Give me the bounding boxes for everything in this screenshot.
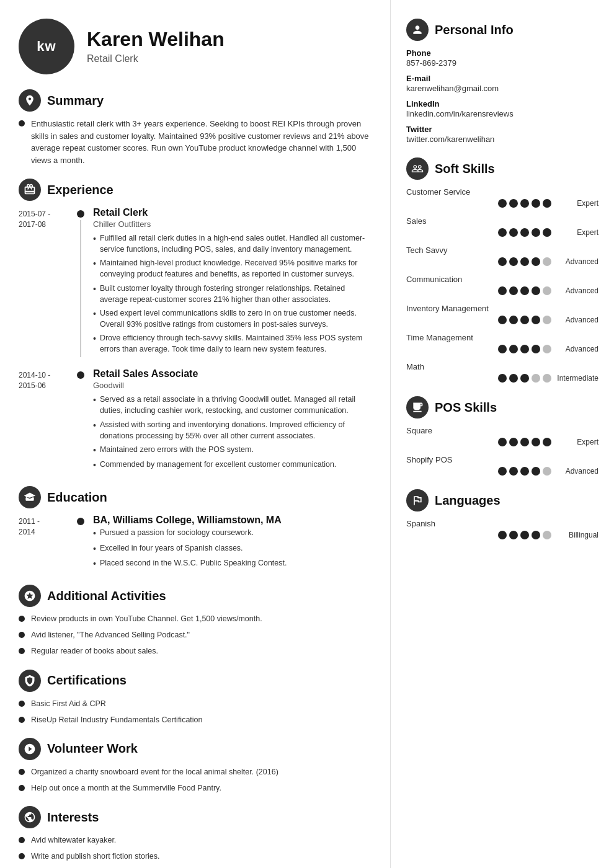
additional-bullet-1-row: Review products in own YouTube Channel. … bbox=[19, 613, 372, 624]
exp2-dot-col bbox=[74, 368, 87, 474]
skill-dots bbox=[498, 228, 551, 237]
skill-dots bbox=[498, 438, 551, 446]
skill-level: Expert bbox=[555, 199, 598, 208]
certifications-header: Certifications bbox=[19, 670, 372, 692]
candidate-name: Karen Welihan bbox=[87, 29, 225, 50]
edu1-bullet-1: Pursued a passion for sociology coursewo… bbox=[93, 527, 372, 539]
skill-dots bbox=[498, 257, 551, 266]
skill-dots bbox=[498, 286, 551, 295]
volunteer-icon bbox=[19, 738, 41, 760]
dot-filled bbox=[532, 531, 540, 539]
summary-bullet-dot bbox=[19, 120, 25, 126]
skill-name: Customer Service bbox=[406, 187, 598, 197]
additional-bullet-2: Avid listener, "The Advanced Selling Pod… bbox=[31, 629, 190, 640]
additional-bullets-wrapper: Review products in own YouTube Channel. … bbox=[19, 613, 372, 657]
dot-filled bbox=[520, 199, 529, 208]
dot-filled bbox=[520, 374, 529, 383]
skill-dots-row: Expert bbox=[406, 199, 598, 208]
exp1-date: 2015-07 - 2017-08 bbox=[19, 207, 74, 357]
edu1-content: BA, Williams College, Williamstown, MA P… bbox=[87, 515, 372, 572]
skill-dots bbox=[498, 345, 551, 353]
languages-container: SpanishBillingual bbox=[406, 519, 598, 539]
exp1-line bbox=[80, 220, 81, 357]
exp1-bullet-3: Built customer loyalty through fostering… bbox=[93, 283, 372, 305]
dot-filled bbox=[532, 199, 540, 208]
skill-dots bbox=[498, 199, 551, 208]
dot-filled bbox=[532, 345, 540, 353]
left-column: kw Karen Welihan Retail Clerk Summary En… bbox=[0, 0, 391, 868]
skill-name: Time Management bbox=[406, 333, 598, 342]
skill-row: CommunicationAdvanced bbox=[406, 275, 598, 295]
additional-title: Additional Activities bbox=[47, 589, 166, 603]
vol-bullet-1: Organized a charity snowboard event for … bbox=[31, 766, 278, 777]
dot-filled bbox=[498, 374, 507, 383]
skill-dots-row: Advanced bbox=[406, 257, 598, 266]
dot-filled bbox=[532, 286, 540, 295]
exp2-date: 2014-10 - 2015-06 bbox=[19, 368, 74, 474]
edu1-dot bbox=[77, 518, 84, 525]
education-entry-1: 2011 - 2014 BA, Williams College, Willia… bbox=[19, 515, 372, 572]
exp2-company: Goodwill bbox=[93, 381, 372, 390]
skill-row: Time ManagementAdvanced bbox=[406, 333, 598, 353]
exp1-bullet-5: Drove efficiency through tech-savvy skil… bbox=[93, 332, 372, 355]
volunteer-section: Volunteer Work Organized a charity snowb… bbox=[19, 738, 372, 794]
dot-filled bbox=[543, 228, 551, 237]
skill-level: Advanced bbox=[555, 257, 598, 266]
additional-bullet-1: Review products in own YouTube Channel. … bbox=[31, 613, 262, 624]
twitter-value: twitter.com/karenwelihan bbox=[406, 135, 598, 144]
exp1-dot bbox=[77, 210, 84, 218]
vol-bullet-2: Help out once a month at the Summerville… bbox=[31, 782, 221, 794]
exp2-title: Retail Sales Associate bbox=[93, 368, 372, 379]
resume-header: kw Karen Welihan Retail Clerk bbox=[19, 19, 372, 74]
skill-row: Inventory ManagementAdvanced bbox=[406, 304, 598, 324]
int-bullet-2-row: Write and publish short fiction stories. bbox=[19, 851, 372, 862]
summary-text: Enthusiastic retail clerk with 3+ years … bbox=[31, 118, 372, 166]
phone-value: 857-869-2379 bbox=[406, 58, 598, 68]
dot-filled bbox=[498, 345, 507, 353]
avatar: kw bbox=[19, 19, 74, 74]
dot-filled bbox=[509, 257, 518, 266]
skill-name: Square bbox=[406, 426, 598, 435]
additional-bullet-3-row: Regular reader of books about sales. bbox=[19, 645, 372, 657]
pos-skills-title: POS Skills bbox=[435, 401, 497, 415]
additional-icon bbox=[19, 585, 41, 607]
linkedin-value: linkedin.com/in/karensreviews bbox=[406, 109, 598, 118]
pos-skills-container: SquareExpertShopify POSAdvanced bbox=[406, 426, 598, 476]
resume: kw Karen Welihan Retail Clerk Summary En… bbox=[0, 0, 614, 868]
personal-info-title: Personal Info bbox=[435, 23, 514, 37]
skill-level: Advanced bbox=[555, 316, 598, 324]
edu1-dot-col bbox=[74, 515, 87, 572]
additional-dot-1 bbox=[19, 616, 25, 622]
edu1-bullet-2: Excelled in four years of Spanish classe… bbox=[93, 542, 372, 555]
int-dot-2 bbox=[19, 853, 25, 859]
skill-level: Advanced bbox=[555, 286, 598, 295]
skill-row: Customer ServiceExpert bbox=[406, 187, 598, 208]
dot-filled bbox=[532, 467, 540, 476]
dot-empty bbox=[532, 374, 540, 383]
dot-filled bbox=[509, 345, 518, 353]
volunteer-header: Volunteer Work bbox=[19, 738, 372, 760]
dot-filled bbox=[532, 257, 540, 266]
vol-bullet-1-row: Organized a charity snowboard event for … bbox=[19, 766, 372, 777]
pos-skills-icon bbox=[406, 396, 429, 418]
int-dot-1 bbox=[19, 837, 25, 843]
skill-row: SpanishBillingual bbox=[406, 519, 598, 539]
edu1-bullets: Pursued a passion for sociology coursewo… bbox=[93, 527, 372, 570]
dot-filled bbox=[498, 467, 507, 476]
edu1-date: 2011 - 2014 bbox=[19, 515, 74, 572]
dot-empty bbox=[543, 374, 551, 383]
education-section: Education 2011 - 2014 BA, Williams Colle… bbox=[19, 486, 372, 572]
skill-level: Intermediate bbox=[555, 374, 598, 383]
dot-filled bbox=[532, 228, 540, 237]
summary-bullet: Enthusiastic retail clerk with 3+ years … bbox=[19, 118, 372, 166]
interests-header: Interests bbox=[19, 806, 372, 828]
skill-dots bbox=[498, 531, 551, 539]
pos-skills-header: POS Skills bbox=[406, 396, 598, 418]
int-bullet-2: Write and publish short fiction stories. bbox=[31, 851, 160, 862]
vol-bullet-2-row: Help out once a month at the Summerville… bbox=[19, 782, 372, 794]
exp1-title: Retail Clerk bbox=[93, 207, 372, 218]
additional-bullet-2-row: Avid listener, "The Advanced Selling Pod… bbox=[19, 629, 372, 640]
dot-filled bbox=[498, 199, 507, 208]
soft-skills-icon bbox=[406, 157, 429, 180]
edu1-title: BA, Williams College, Williamstown, MA bbox=[93, 515, 372, 526]
